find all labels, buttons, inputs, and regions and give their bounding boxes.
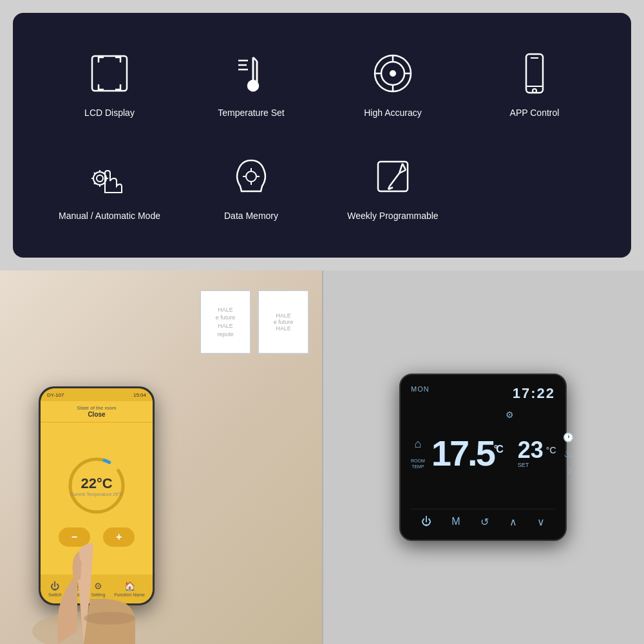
svg-point-18 xyxy=(533,89,536,93)
svg-point-15 xyxy=(390,71,395,76)
feature-app-control: APP Control xyxy=(509,48,560,120)
feature-temperature-set: Temperature Set xyxy=(218,48,285,120)
clock-icon: 🕐 xyxy=(563,432,574,442)
head-icon xyxy=(225,151,277,202)
art-frames: HALEe futureHALErepute HALEe futureHALE xyxy=(200,290,309,354)
thermostat-controls: ⏻ M ↺ ∧ ∨ xyxy=(411,509,555,529)
phone-header: State of the room Close xyxy=(41,401,153,422)
power-btn[interactable]: ⏻ xyxy=(417,515,435,529)
art-frame-2: HALEe futureHALE xyxy=(258,290,309,354)
svg-point-45 xyxy=(84,612,135,625)
set-temp-value: 23 xyxy=(518,439,544,462)
set-temp-unit: °C xyxy=(546,445,556,455)
up-btn[interactable]: ∧ xyxy=(506,515,521,529)
thermostat-top: MON 17:22 xyxy=(411,385,555,402)
feature-weekly-programmable: Weekly Programmable xyxy=(347,151,438,223)
svg-point-30 xyxy=(246,171,256,182)
app-control-label: APP Control xyxy=(510,107,560,120)
feature-high-accuracy: High Accuracy xyxy=(364,48,421,120)
set-label: SET xyxy=(518,462,529,468)
svg-line-28 xyxy=(104,173,106,174)
lock-btn[interactable]: ↺ xyxy=(477,515,493,529)
art-frame-1: HALEe futureHALErepute xyxy=(200,290,251,354)
vertical-divider xyxy=(322,270,323,644)
lcd-icon xyxy=(84,48,135,99)
hand-gear-icon xyxy=(84,151,135,202)
temp-set-label: Temperature Set xyxy=(218,107,285,120)
lcd-label: LCD Display xyxy=(84,107,135,120)
mode-btn[interactable]: M xyxy=(448,515,464,529)
phone-section: HALEe futureHALErepute HALEe futureHALE … xyxy=(0,270,322,644)
feature-lcd-display: LCD Display xyxy=(84,48,135,120)
down-btn[interactable]: ∨ xyxy=(533,515,549,529)
svg-rect-0 xyxy=(92,56,127,91)
thermostat-section: MON 17:22 ⌂ ROOMTEMP 17.5°C ⚙ xyxy=(322,270,644,644)
thermostat-day: MON xyxy=(411,385,430,393)
features-panel: LCD Display Temperature Set xyxy=(13,13,631,258)
thermostat-device: MON 17:22 ⌂ ROOMTEMP 17.5°C ⚙ xyxy=(399,374,567,541)
phone-status-bar: DY-107 15:04 xyxy=(41,388,153,401)
gear-icon-thermostat: ⚙ xyxy=(506,410,514,420)
hand-svg xyxy=(19,451,148,644)
edit-icon xyxy=(367,151,419,202)
smartphone-icon xyxy=(509,48,560,99)
data-memory-label: Data Memory xyxy=(224,210,278,223)
svg-line-36 xyxy=(390,173,399,186)
thermostat-screen: MON 17:22 ⌂ ROOMTEMP 17.5°C ⚙ xyxy=(411,385,555,502)
target-icon xyxy=(367,48,419,99)
thermostat-time: 17:22 xyxy=(513,385,555,402)
svg-line-26 xyxy=(94,173,95,174)
svg-point-21 xyxy=(97,175,103,182)
feature-manual-auto: Manual / Automatic Mode xyxy=(59,151,160,223)
high-accuracy-label: High Accuracy xyxy=(364,107,421,120)
thermometer-icon xyxy=(225,48,277,99)
current-temp-large: 17.5°C xyxy=(431,435,502,471)
room-temp-label: ROOMTEMP xyxy=(411,459,425,469)
weekly-programmable-label: Weekly Programmable xyxy=(347,210,438,223)
home-icon: ⌂ xyxy=(414,437,421,451)
manual-auto-label: Manual / Automatic Mode xyxy=(59,210,160,223)
heat-icon: ♨ xyxy=(564,448,573,460)
svg-line-29 xyxy=(94,183,95,184)
moon-icon: ☽ xyxy=(564,465,573,475)
svg-line-27 xyxy=(104,183,106,184)
feature-data-memory: Data Memory xyxy=(224,151,278,223)
